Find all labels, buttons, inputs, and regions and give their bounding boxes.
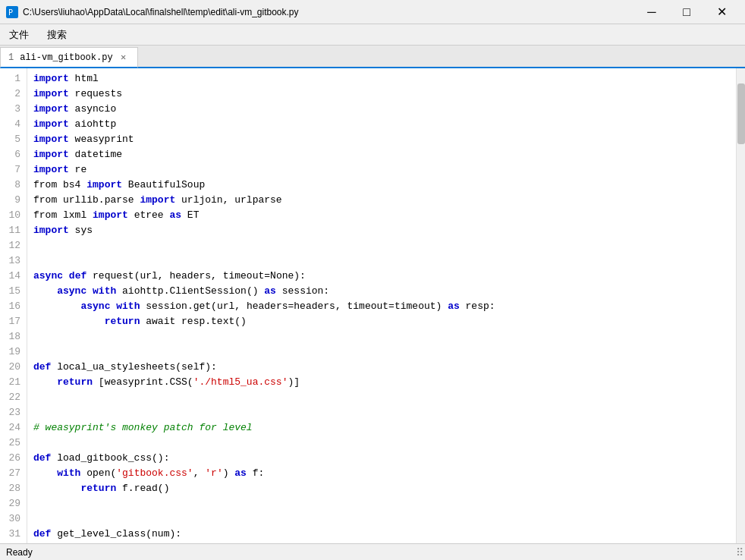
code-line: return await resp.text(): [33, 314, 730, 329]
token-kw-import2: import: [140, 194, 175, 206]
code-line: [33, 496, 730, 511]
token-comment: # weasyprint's monkey patch for level: [33, 422, 253, 433]
token-kw-with: with: [57, 467, 80, 479]
code-line: [33, 253, 730, 269]
code-line: from urllib.parse import urljoin, urlpar…: [33, 193, 730, 208]
line-number: 25: [6, 436, 20, 451]
token-module: aiohttp.ClientSession(): [116, 285, 264, 297]
token-kw-import: import: [33, 164, 69, 175]
line-number: 21: [6, 375, 20, 390]
code-line: import html: [33, 71, 730, 87]
code-line: with open('gitbook.css', 'r') as f:: [33, 466, 730, 481]
line-number: 19: [6, 344, 20, 360]
line-number: 3: [6, 102, 20, 117]
line-number: 31: [6, 527, 20, 542]
token-module: lxml: [57, 209, 93, 221]
line-number: 23: [6, 405, 20, 420]
token-kw-as: as: [264, 285, 276, 297]
code-line: import requests: [33, 87, 730, 102]
token-kw-as: as: [448, 300, 460, 312]
code-line: import weasyprint: [33, 132, 730, 147]
status-text: Ready: [6, 547, 33, 558]
code-line: [33, 344, 730, 360]
status-bar: Ready: [0, 543, 745, 560]
tab-file[interactable]: 1 ali-vm_gitbook.py ✕: [0, 47, 138, 68]
line-number: 8: [6, 178, 20, 193]
line-number: 28: [6, 481, 20, 496]
menu-bar: 文件 搜索: [0, 24, 745, 46]
token-kw-import: import: [33, 73, 69, 84]
token-module: f.read(): [116, 483, 169, 494]
line-number: 9: [6, 193, 20, 208]
code-area[interactable]: import htmlimport requestsimport asyncio…: [27, 68, 736, 543]
line-number: 10: [6, 208, 20, 223]
code-line: [33, 329, 730, 344]
line-number: 7: [6, 162, 20, 178]
token-kw-import: import: [33, 88, 69, 99]
tab-close-button[interactable]: ✕: [118, 52, 130, 64]
code-line: [33, 405, 730, 420]
token-kw-def: def: [69, 270, 86, 282]
line-number: 29: [6, 496, 20, 511]
token-module: [33, 376, 57, 388]
token-module: get_level_class(num):: [51, 528, 181, 540]
code-line: async def request(url, headers, timeout=…: [33, 269, 730, 284]
line-number: 26: [6, 451, 20, 466]
token-module: load_gitbook_css():: [51, 452, 169, 464]
line-number: 4: [6, 117, 20, 132]
menu-item-search[interactable]: 搜索: [44, 27, 70, 43]
code-line: [33, 390, 730, 405]
line-number: 17: [6, 314, 20, 329]
token-module: local_ua_stylesheets(self):: [51, 361, 216, 373]
token-string: 'r': [205, 467, 222, 479]
token-module: [33, 300, 80, 312]
maximize-button[interactable]: □: [669, 0, 704, 24]
scrollbar[interactable]: [736, 68, 745, 543]
token-module: sys: [69, 225, 93, 236]
line-number: 13: [6, 253, 20, 269]
code-line: from lxml import etree as ET: [33, 208, 730, 223]
token-kw-import: import: [33, 149, 69, 160]
code-line: import aiohttp: [33, 117, 730, 132]
line-number: 6: [6, 147, 20, 162]
code-line: [33, 436, 730, 451]
menu-item-file[interactable]: 文件: [6, 27, 32, 43]
token-module: datetime: [69, 149, 122, 160]
code-line: return [weasyprint.CSS('./html5_ua.css')…: [33, 375, 730, 390]
resize-handle[interactable]: ⠿: [736, 548, 743, 558]
tab-label: ali-vm_gitbook.py: [20, 52, 112, 63]
token-module: f:: [247, 467, 264, 479]
token-module: BeautifulSoup: [122, 179, 205, 190]
line-number: 22: [6, 390, 20, 405]
code-line: import re: [33, 162, 730, 178]
code-line: return f.read(): [33, 481, 730, 496]
token-kw-with: with: [93, 285, 116, 297]
token-module: [86, 285, 93, 297]
token-string: './html5_ua.css': [193, 376, 288, 388]
line-number: 15: [6, 284, 20, 299]
token-module: [33, 316, 105, 327]
token-kw-import: import: [33, 134, 69, 145]
minimize-button[interactable]: ─: [634, 0, 669, 24]
line-number: 18: [6, 329, 20, 344]
token-module: weasyprint: [69, 134, 134, 145]
token-kw-def: def: [33, 528, 51, 540]
line-numbers: 1234567891011121314151617181920212223242…: [0, 68, 27, 543]
token-module: re: [69, 164, 86, 175]
token-module: requests: [69, 88, 122, 99]
code-line: import asyncio: [33, 102, 730, 117]
token-kw-async: async: [57, 285, 86, 297]
line-number: 16: [6, 299, 20, 314]
code-line: [33, 511, 730, 527]
code-line: async with aiohttp.ClientSession() as se…: [33, 284, 730, 299]
line-number: 20: [6, 360, 20, 375]
token-module: bs4: [57, 179, 86, 190]
token-kw-from: from: [33, 209, 57, 221]
line-number: 1: [6, 71, 20, 87]
tab-bar: 1 ali-vm_gitbook.py ✕: [0, 46, 745, 68]
scrollbar-thumb[interactable]: [737, 83, 745, 144]
svg-text:P: P: [8, 8, 13, 17]
token-kw-as: as: [234, 467, 247, 479]
close-button[interactable]: ✕: [704, 0, 739, 24]
token-kw-return: return: [105, 316, 140, 327]
